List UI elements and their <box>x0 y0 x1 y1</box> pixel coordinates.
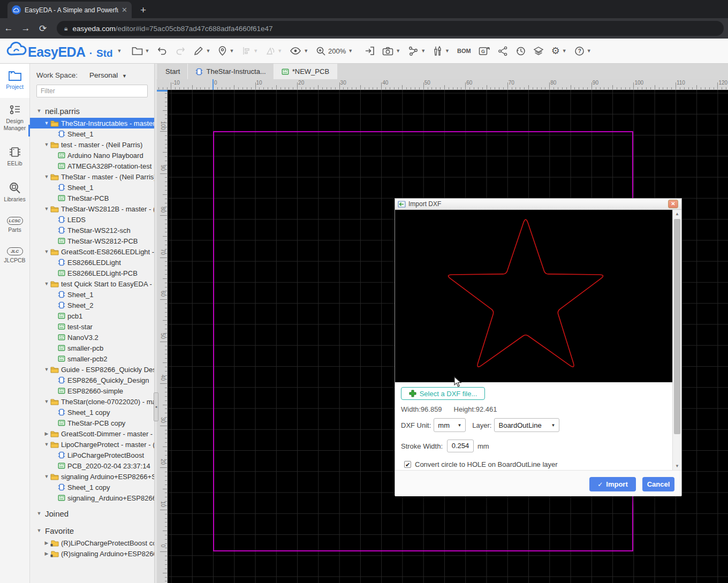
easyeda-logo[interactable]: EasyEDA · Std <box>6 42 113 60</box>
convert-circle-checkbox[interactable]: ✔ <box>404 461 411 468</box>
snapshot-camera-button[interactable]: ▼ <box>382 47 400 56</box>
tools-button[interactable]: ▼ <box>433 46 450 56</box>
browser-tab[interactable]: EasyEDA - A Simple and Powerful ✕ <box>7 2 132 18</box>
dialog-titlebar[interactable]: Import DXF <box>395 199 681 210</box>
logo-dropdown-caret[interactable]: ▼ <box>117 48 122 54</box>
panel-resize-grip[interactable]: ◂ <box>154 392 158 421</box>
collapse-arrow-icon[interactable]: ▼ <box>44 120 49 126</box>
tree-item-es8266ledlight-pcb[interactable]: ES8266LEDLight-PCB <box>30 268 154 278</box>
expand-arrow-icon[interactable]: ▶ <box>44 431 49 436</box>
tab-close-icon[interactable]: ✕ <box>122 6 127 14</box>
tree-item-test-master-neil-parris-[interactable]: ▼test - master - (Neil Parris) <box>30 139 154 150</box>
tree-item-greatscott-es8266ledlight-mas[interactable]: ▼GreatScott-ES8266LEDLight - mas <box>30 246 154 257</box>
tree-item-guide-esp8266-quickly-design-[interactable]: ▼Guide - ESP8266_Quickly Design - <box>30 364 154 375</box>
export-gerber-button[interactable]: G <box>479 46 490 56</box>
tree-item-sheet-1[interactable]: Sheet_1 <box>30 128 154 139</box>
zoom-button[interactable]: 200% ▼ <box>316 46 353 56</box>
view-eye-button[interactable]: ▼ <box>290 47 308 55</box>
back-icon[interactable]: ← <box>0 23 17 34</box>
dialog-scrollbar[interactable]: ▲ ▼ <box>672 210 681 470</box>
tree-item-lipochargeprotect-master-neil[interactable]: ▼LipoChargeProtect - master - (Neil <box>30 439 154 450</box>
tree-item-sheet-1-copy[interactable]: Sheet_1 copy <box>30 407 154 418</box>
rail-item-jlcpcb[interactable]: JLCJLCPCB <box>0 241 29 271</box>
tree-item-lipochargeprotectboost[interactable]: LiPoChargeProtectBoost <box>30 450 154 460</box>
collapse-arrow-icon[interactable]: ▼ <box>36 528 42 533</box>
tree-item-thestar-ws2812b-master-neil[interactable]: ▼TheStar-WS2812B - master - (Neil <box>30 203 154 214</box>
import-confirm-button[interactable]: ✓ Import <box>589 477 636 491</box>
tree-item-sheet-1[interactable]: Sheet_1 <box>30 182 154 193</box>
tree-item--r-lipochargeprotectboost-copy-[interactable]: ▶(R)LiPoChargeProtectBoost copy - <box>30 537 154 548</box>
tree-item-nanov3-2[interactable]: NanoV3.2 <box>30 332 154 343</box>
cancel-button[interactable]: Cancel <box>642 477 674 491</box>
scrollbar-thumb[interactable] <box>674 219 680 434</box>
tree-item-joined[interactable]: ▼Joined <box>30 506 154 520</box>
forward-icon[interactable]: → <box>17 23 34 34</box>
doc-tab-start[interactable]: Start <box>158 64 188 79</box>
collapse-arrow-icon[interactable]: ▼ <box>44 142 49 147</box>
layer-select[interactable]: BoardOutLine▼ <box>494 418 559 432</box>
scroll-up-icon[interactable]: ▲ <box>673 210 681 218</box>
rail-item-design-manager[interactable]: DesignManager <box>0 98 29 139</box>
scroll-down-icon[interactable]: ▼ <box>673 462 681 470</box>
tree-item-signaling-arduino-esp8266-sim8[interactable]: ▼signaling Arduino+ESP8266+SIM8 <box>30 471 154 482</box>
tree-item-sheet-1-copy[interactable]: Sheet_1 copy <box>30 482 154 493</box>
tree-item-greatscott-dimmer-master-neil[interactable]: ▶GreatScott-Dimmer - master - (Neil <box>30 428 154 439</box>
tree-item-arduino-nano-playboard[interactable]: Arduino Nano Playboard <box>30 150 154 161</box>
workspace-dropdown[interactable]: Personal ▼ <box>89 71 127 79</box>
anchor-point-button[interactable]: ▼ <box>218 46 234 56</box>
layers-button[interactable] <box>533 46 544 56</box>
tree-item-thestar-instructables-master-n[interactable]: ▼TheStar-Instructables - master - (N <box>30 118 154 128</box>
tree-item-test-quick-start-to-easyeda-mast[interactable]: ▼test Quick Start to EasyEDA - mast <box>30 278 154 289</box>
tree-item-esp82660-simple[interactable]: ESP82660-simple <box>30 385 154 396</box>
tree-item-thestar-pcb[interactable]: TheStar-PCB <box>30 193 154 203</box>
draw-tool-button[interactable]: ▼ <box>193 46 210 56</box>
tree-item-sheet-2[interactable]: Sheet_2 <box>30 300 154 311</box>
tree-item-thestar-master-neil-parris-[interactable]: ▼TheStar - master - (Neil Parris) <box>30 171 154 182</box>
tree-item-signaling-arduino-esp8266-sim[interactable]: signaling_Arduino+ESP8266+SIM <box>30 493 154 503</box>
rail-item-parts[interactable]: LCSCParts <box>0 210 29 241</box>
help-button[interactable]: ? ▼ <box>574 46 592 56</box>
tree-item-smaller-pcb2[interactable]: smaller-pcb2 <box>30 353 154 364</box>
filter-input[interactable] <box>36 85 148 97</box>
tree-item-es8266ledlight[interactable]: ES8266LEDLight <box>30 257 154 268</box>
doc-tab-thestar-instructa-[interactable]: TheStar-Instructa... <box>188 64 274 79</box>
expand-arrow-icon[interactable]: ▶ <box>44 551 49 556</box>
stroke-width-input[interactable]: 0.254 <box>447 440 474 452</box>
tree-item-favorite[interactable]: ▼Favorite <box>30 524 154 537</box>
tree-item-sheet-1[interactable]: Sheet_1 <box>30 289 154 300</box>
rail-item-eelib[interactable]: EELib <box>0 139 29 175</box>
rail-item-project[interactable]: Project <box>0 64 29 98</box>
tree-item-smaller-pcb[interactable]: smaller-pcb <box>30 343 154 353</box>
tree-item-thestar-ws2812-pcb[interactable]: TheStar-WS2812-PCB <box>30 236 154 246</box>
dxf-unit-select[interactable]: mm▼ <box>434 418 466 432</box>
tree-item-thestar-pcb-copy[interactable]: TheStar-PCB copy <box>30 418 154 428</box>
settings-gear-button[interactable]: ⚙▼ <box>551 46 567 56</box>
tree-item-pcb-2020-02-04-23-37-14[interactable]: PCB_2020-02-04 23:37:14 <box>30 460 154 471</box>
reload-icon[interactable]: ⟳ <box>34 23 51 34</box>
tree-item-thestar-ws212-sch[interactable]: TheStar-WS212-sch <box>30 225 154 236</box>
share-button[interactable] <box>498 46 508 56</box>
collapse-arrow-icon[interactable]: ▼ <box>44 206 49 211</box>
bom-button[interactable]: BOM <box>457 48 471 54</box>
tree-item-esp8266-quickly-design[interactable]: ESP8266_Quickly_Design <box>30 375 154 385</box>
undo-button[interactable] <box>157 46 168 56</box>
collapse-arrow-icon[interactable]: ▼ <box>36 511 42 516</box>
collapse-arrow-icon[interactable]: ▼ <box>44 249 49 254</box>
tree-item-test-star[interactable]: test-star <box>30 321 154 332</box>
collapse-arrow-icon[interactable]: ▼ <box>44 367 49 372</box>
zoom-level[interactable]: 200% <box>328 47 346 55</box>
tree-item-thestar-clone-07022020-master[interactable]: ▼TheStar(clone-07022020) - master <box>30 396 154 407</box>
dialog-close-icon[interactable]: ✕ <box>668 200 678 208</box>
tree-item-pcb1[interactable]: pcb1 <box>30 311 154 321</box>
collapse-arrow-icon[interactable]: ▼ <box>36 108 42 113</box>
collapse-arrow-icon[interactable]: ▼ <box>44 474 49 479</box>
tree-item--r-signaling-arduino-esp8266-si[interactable]: ▶(R)signaling Arduino+ESP8266+SI <box>30 548 154 559</box>
import-button[interactable] <box>364 46 375 56</box>
tree-item-atmega328p-rotation-test[interactable]: ATMEGA328P-rotation-test <box>30 161 154 171</box>
collapse-arrow-icon[interactable]: ▼ <box>44 399 49 404</box>
collapse-arrow-icon[interactable]: ▼ <box>44 442 49 447</box>
expand-arrow-icon[interactable]: ▶ <box>44 540 49 546</box>
doc-tab--new-pcb[interactable]: *NEW_PCB <box>274 64 337 79</box>
collapse-arrow-icon[interactable]: ▼ <box>44 174 49 179</box>
simulation-network-button[interactable]: ▼ <box>408 46 426 56</box>
